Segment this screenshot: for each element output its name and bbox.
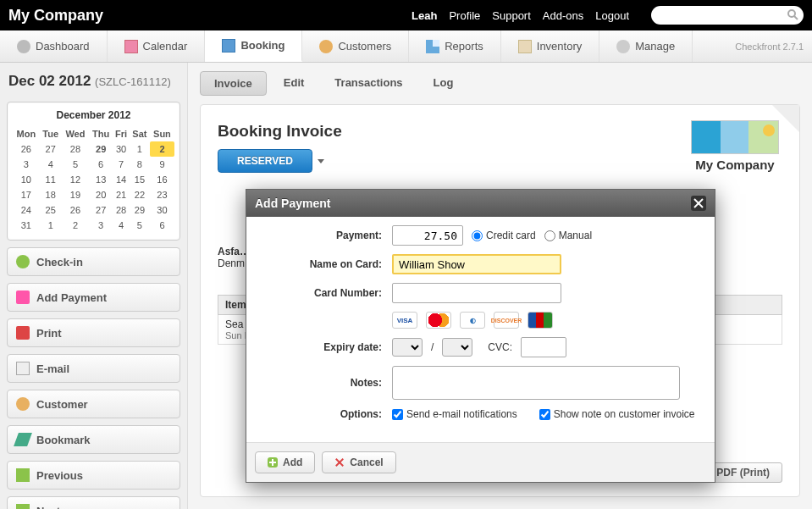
nav-inventory[interactable]: Inventory bbox=[501, 30, 599, 62]
calendar-day[interactable]: 20 bbox=[89, 187, 113, 202]
calendar-day[interactable]: 15 bbox=[130, 172, 150, 187]
calendar-day[interactable]: 1 bbox=[40, 218, 62, 233]
calendar-day[interactable]: 3 bbox=[89, 218, 113, 233]
sidebar: Dec 02 2012 (SZLC-161112) December 2012 … bbox=[0, 63, 188, 509]
btn-label: Add bbox=[283, 456, 302, 468]
calendar-day[interactable]: 29 bbox=[89, 141, 113, 157]
calendar-day[interactable]: 10 bbox=[13, 172, 40, 187]
status-dropdown[interactable]: RESERVED bbox=[218, 149, 324, 173]
nav-reports[interactable]: Reports bbox=[409, 30, 501, 62]
add-button[interactable]: Add bbox=[255, 451, 315, 473]
calendar-day[interactable]: 11 bbox=[40, 172, 62, 187]
calendar-day[interactable]: 6 bbox=[89, 157, 113, 172]
next-button[interactable]: Next bbox=[7, 496, 180, 509]
paytype-manual[interactable]: Manual bbox=[544, 230, 592, 241]
calendar-day[interactable]: 28 bbox=[113, 202, 130, 218]
notes-textarea[interactable] bbox=[392, 366, 680, 400]
nav-dashboard[interactable]: Dashboard bbox=[0, 30, 108, 62]
calendar-day[interactable]: 4 bbox=[40, 157, 62, 172]
manual-radio[interactable] bbox=[544, 230, 555, 241]
nav-calendar[interactable]: Calendar bbox=[108, 30, 206, 62]
calendar-day[interactable]: 13 bbox=[89, 172, 113, 187]
calendar-day[interactable]: 4 bbox=[113, 218, 130, 233]
add-payment-button[interactable]: Add Payment bbox=[7, 283, 180, 312]
payment-amount-input[interactable] bbox=[392, 225, 463, 246]
opt-show-note[interactable]: Show note on customer invoice bbox=[539, 408, 695, 420]
calendar-day[interactable]: 5 bbox=[130, 218, 150, 233]
calendar-day[interactable]: 26 bbox=[62, 202, 89, 218]
btn-label: E-mail bbox=[36, 362, 69, 375]
calendar-day[interactable]: 6 bbox=[150, 218, 174, 233]
checkin-button[interactable]: Check-in bbox=[7, 247, 180, 276]
calendar-day[interactable]: 7 bbox=[113, 157, 130, 172]
email-checkbox[interactable] bbox=[392, 409, 403, 420]
tab-edit[interactable]: Edit bbox=[270, 71, 318, 96]
calendar-day[interactable]: 8 bbox=[130, 157, 150, 172]
opt-email-notify[interactable]: Send e-mail notifications bbox=[392, 408, 517, 420]
calendar-day[interactable]: 29 bbox=[130, 202, 150, 218]
search-icon[interactable] bbox=[787, 8, 798, 23]
calendar-day[interactable]: 30 bbox=[113, 141, 130, 157]
show-note-checkbox[interactable] bbox=[539, 409, 550, 420]
calendar-day[interactable]: 18 bbox=[40, 187, 62, 202]
calendar-day[interactable]: 22 bbox=[130, 187, 150, 202]
link-logout[interactable]: Logout bbox=[595, 9, 629, 22]
label-options: Options: bbox=[260, 408, 392, 420]
calendar-day[interactable]: 31 bbox=[13, 218, 40, 233]
calendar-day[interactable]: 17 bbox=[13, 187, 40, 202]
label-cvc: CVC: bbox=[488, 341, 512, 353]
previous-button[interactable]: Previous bbox=[7, 461, 180, 490]
calendar-day[interactable]: 5 bbox=[62, 157, 89, 172]
booking-id: (SZLC-161112) bbox=[95, 75, 171, 88]
calendar-day[interactable]: 21 bbox=[113, 187, 130, 202]
booking-subtabs: Invoice Edit Transactions Log bbox=[188, 63, 812, 104]
calendar-day[interactable]: 2 bbox=[150, 141, 174, 157]
modal-body: Payment: Credit card Manual Name on Card… bbox=[246, 217, 715, 442]
customer-icon bbox=[16, 397, 30, 411]
link-addons[interactable]: Add-ons bbox=[543, 9, 583, 22]
calendar-day[interactable]: 27 bbox=[40, 141, 62, 157]
btn-label: Add Payment bbox=[36, 291, 107, 304]
calendar-day[interactable]: 26 bbox=[13, 141, 40, 157]
calendar-day[interactable]: 16 bbox=[150, 172, 174, 187]
calendar-day[interactable]: 30 bbox=[150, 202, 174, 218]
calendar-day[interactable]: 23 bbox=[150, 187, 174, 202]
calendar-day[interactable]: 28 bbox=[62, 141, 89, 157]
nav-manage[interactable]: Manage bbox=[599, 30, 693, 62]
email-button[interactable]: E-mail bbox=[7, 354, 180, 383]
paytype-credit[interactable]: Credit card bbox=[472, 230, 536, 241]
bookmark-button[interactable]: Bookmark bbox=[7, 425, 180, 454]
expiry-month-select[interactable] bbox=[392, 338, 423, 357]
search-input[interactable] bbox=[651, 6, 804, 25]
calendar-day[interactable]: 24 bbox=[13, 202, 40, 218]
calendar-day[interactable]: 27 bbox=[89, 202, 113, 218]
tab-transactions[interactable]: Transactions bbox=[321, 71, 416, 96]
expiry-year-select[interactable] bbox=[442, 338, 472, 357]
calendar-day[interactable]: 2 bbox=[62, 218, 89, 233]
cancel-button[interactable]: Cancel bbox=[322, 451, 395, 473]
pdf-print-button[interactable]: PDF (Print) bbox=[704, 462, 782, 483]
link-support[interactable]: Support bbox=[492, 9, 531, 22]
nav-booking[interactable]: Booking bbox=[205, 30, 302, 62]
link-profile[interactable]: Profile bbox=[449, 9, 480, 22]
credit-radio[interactable] bbox=[472, 230, 483, 241]
cvc-input[interactable] bbox=[521, 337, 566, 357]
card-number-input[interactable] bbox=[392, 283, 561, 303]
nav-customers[interactable]: Customers bbox=[302, 30, 409, 62]
calendar-day[interactable]: 9 bbox=[150, 157, 174, 172]
btn-label: Print bbox=[36, 327, 62, 340]
calendar-day[interactable]: 1 bbox=[130, 141, 150, 157]
calendar-day[interactable]: 3 bbox=[13, 157, 40, 172]
tab-invoice[interactable]: Invoice bbox=[200, 71, 267, 96]
close-icon[interactable] bbox=[691, 196, 706, 211]
tab-log[interactable]: Log bbox=[420, 71, 467, 96]
nav-label: Inventory bbox=[537, 40, 582, 53]
calendar-day[interactable]: 12 bbox=[62, 172, 89, 187]
current-user[interactable]: Leah bbox=[412, 9, 437, 22]
calendar-day[interactable]: 19 bbox=[62, 187, 89, 202]
calendar-day[interactable]: 14 bbox=[113, 172, 130, 187]
print-button[interactable]: Print bbox=[7, 318, 180, 347]
calendar-day[interactable]: 25 bbox=[40, 202, 62, 218]
customer-button[interactable]: Customer bbox=[7, 390, 180, 418]
name-on-card-input[interactable] bbox=[392, 254, 561, 274]
